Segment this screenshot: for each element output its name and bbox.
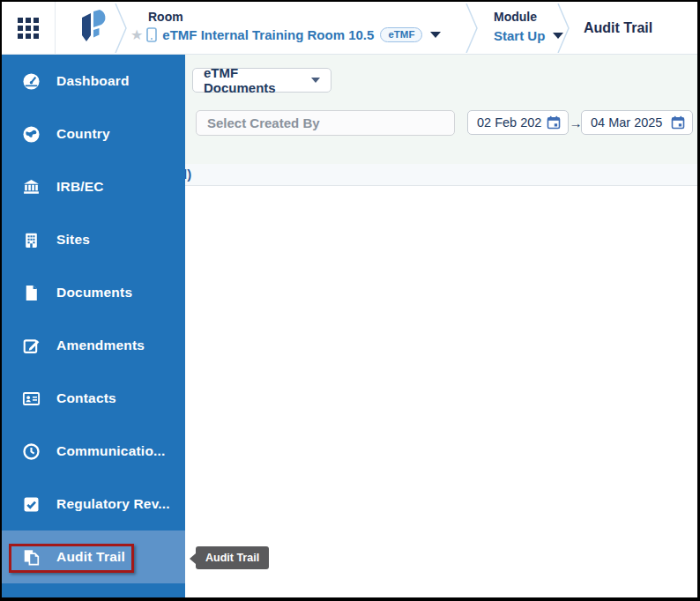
sidebar-item-label: Dashboard <box>56 73 130 89</box>
dropdown-caret-icon <box>311 78 320 83</box>
room-type-badge: eTMF <box>380 27 422 42</box>
favorite-star-icon[interactable]: ★ <box>130 28 143 42</box>
top-header-bar: Room ★ eTMF Internal Training Room 10.5 … <box>2 2 697 55</box>
sidebar-item-communications[interactable]: Communicatio... <box>2 425 185 478</box>
sidebar-item-label: Documents <box>56 285 132 300</box>
sidebar-item-dashboard[interactable]: Dashboard <box>2 55 185 108</box>
sidebar-item-regulatory-review[interactable]: Regulatory Rev... <box>2 478 185 531</box>
sidebar-item-label: IRB/EC <box>56 179 104 195</box>
page-title: Audit Trail <box>584 2 652 55</box>
date-from-value: 02 Feb 2025 <box>477 115 542 130</box>
sidebar-item-sites[interactable]: Sites <box>2 213 185 266</box>
document-icon <box>21 283 41 302</box>
sidebar-item-label: Contacts <box>56 390 116 406</box>
sidebar-item-contacts[interactable]: Contacts <box>2 372 185 425</box>
date-from-field[interactable]: 02 Feb 2025 <box>467 110 569 135</box>
app-window: Room ★ eTMF Internal Training Room 10.5 … <box>2 2 697 597</box>
sidebar-item-country[interactable]: Country <box>2 108 185 160</box>
module-value[interactable]: Start Up <box>494 28 545 43</box>
dashboard-gauge-icon <box>21 71 41 91</box>
id-card-icon <box>21 389 41 408</box>
room-name[interactable]: eTMF Internal Training Room 10.5 <box>162 27 374 42</box>
breadcrumb-chevron <box>557 4 571 53</box>
tooltip-text: Audit Trail <box>205 552 259 564</box>
sidebar-item-label: Sites <box>56 232 90 248</box>
room-dropdown-caret-icon[interactable] <box>430 32 441 38</box>
room-label: Room <box>148 10 441 24</box>
header-divider <box>55 2 56 55</box>
sidebar-item-label: Regulatory Rev... <box>56 496 170 512</box>
module-breadcrumb: Module Start Up <box>494 10 563 43</box>
audit-trail-tooltip: Audit Trail <box>196 546 269 569</box>
calendar-icon[interactable] <box>671 115 685 130</box>
edit-pencil-icon <box>21 336 41 355</box>
bank-icon <box>21 177 41 197</box>
check-square-icon <box>21 494 41 514</box>
sidebar-item-label: Communicatio... <box>56 443 166 459</box>
tooltip-arrow-icon <box>190 553 196 564</box>
date-to-value: 04 Mar 2025 <box>591 115 666 130</box>
trial-interactive-logo-icon <box>74 8 111 52</box>
hospital-building-icon <box>21 230 41 249</box>
sidebar-nav: Dashboard Country IRB/EC Sites Documents <box>2 55 185 597</box>
app-grid-menu-icon[interactable] <box>18 18 39 39</box>
sidebar-item-label: Amendments <box>56 338 145 353</box>
breadcrumb-chevron <box>115 4 129 53</box>
mobile-device-icon <box>146 27 157 42</box>
document-type-dropdown-value: eTMF Documents <box>204 65 311 95</box>
sidebar-item-audit-trail[interactable]: Audit Trail <box>2 531 185 583</box>
breadcrumb-chevron <box>465 4 480 53</box>
screenshot-frame: Room ★ eTMF Internal Training Room 10.5 … <box>0 0 700 601</box>
document-type-dropdown[interactable]: eTMF Documents <box>192 68 331 93</box>
room-breadcrumb: Room ★ eTMF Internal Training Room 10.5 … <box>130 10 441 42</box>
sidebar-item-documents[interactable]: Documents <box>2 266 185 319</box>
copy-documents-icon <box>21 547 41 567</box>
date-to-field[interactable]: 04 Mar 2025 <box>581 110 693 135</box>
calendar-icon[interactable] <box>547 115 561 130</box>
sidebar-item-amendments[interactable]: Amendments <box>2 319 185 372</box>
sidebar-item-label: Audit Trail <box>56 549 125 565</box>
clock-icon <box>21 441 41 461</box>
created-by-select-input[interactable] <box>196 110 455 136</box>
sidebar-item-label: Country <box>56 126 110 142</box>
globe-icon <box>21 124 41 144</box>
sidebar-item-irb-ec[interactable]: IRB/EC <box>2 160 185 213</box>
date-range-arrow-icon: → <box>570 110 582 135</box>
module-label: Module <box>494 10 563 24</box>
